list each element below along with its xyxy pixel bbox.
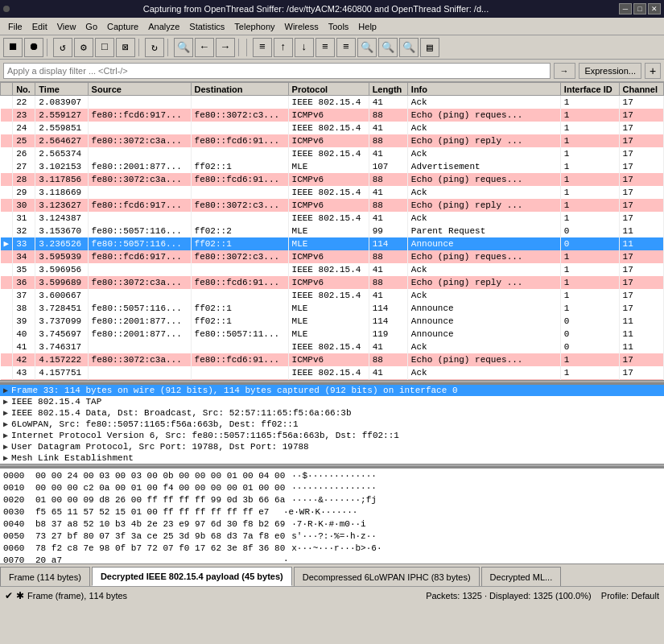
table-row[interactable]: 273.102153fe80::2001:877...ff02::1MLE107… — [1, 160, 664, 173]
row-iface: 1 — [560, 276, 619, 289]
hex-offset: 0000 — [3, 470, 29, 482]
close-button[interactable]: ✕ — [648, 3, 661, 14]
row-len: 119 — [369, 328, 407, 341]
table-row[interactable]: ▶333.236526fe80::5057:116...ff02::1MLE11… — [1, 237, 664, 250]
colorize-button[interactable]: ≡ — [253, 38, 272, 57]
detail-row[interactable]: ▶User Datagram Protocol, Src Port: 19788… — [0, 441, 664, 452]
table-row[interactable]: 403.745697fe80::2001:877...fe80::5057:11… — [1, 328, 664, 341]
minimize-button[interactable]: ─ — [619, 3, 632, 14]
restart-button[interactable]: ↺ — [53, 38, 72, 57]
row-arrow — [1, 250, 13, 263]
menubar: FileEditViewGoCaptureAnalyzeStatisticsTe… — [0, 18, 664, 35]
close-button[interactable]: ⊠ — [116, 38, 135, 57]
menu-item-capture[interactable]: Capture — [102, 20, 143, 33]
packet-detail[interactable]: ▶Frame 33: 114 bytes on wire (912 bits),… — [0, 383, 664, 464]
frame-info: Frame (frame), 114 bytes — [27, 591, 127, 601]
table-row[interactable]: 303.123627fe80::fcd6:917...fe80::3072:c3… — [1, 199, 664, 212]
table-row[interactable]: 434.157751IEEE 802.15.441Ack117 — [1, 366, 664, 379]
row-ch: 17 — [619, 276, 663, 289]
bottom-tab-3[interactable]: Decrypted ML... — [481, 567, 562, 586]
bottom-tab-2[interactable]: Decompressed 6LoWPAN IPHC (83 bytes) — [294, 567, 480, 586]
table-row[interactable]: 353.596956IEEE 802.15.441Ack117 — [1, 263, 664, 276]
menu-item-telephony[interactable]: Telephony — [229, 20, 279, 33]
back-button[interactable]: ← — [195, 38, 214, 57]
capture-button[interactable]: ⏺ — [24, 38, 43, 57]
row-proto: MLE — [288, 237, 369, 250]
row-src: fe80::3072:c3a... — [88, 134, 191, 147]
table-row[interactable]: 242.559851IEEE 802.15.441Ack117 — [1, 122, 664, 134]
menu-item-help[interactable]: Help — [353, 20, 381, 33]
resize-columns-button[interactable]: ▤ — [420, 38, 439, 57]
table-row[interactable]: 262.565374IEEE 802.15.441Ack117 — [1, 147, 664, 160]
row-proto: MLE — [288, 302, 369, 315]
table-row[interactable]: 232.559127fe80::fcd6:917...fe80::3072:c3… — [1, 109, 664, 122]
zoom-reset-button[interactable]: 🔍 — [399, 38, 419, 57]
row-len: 88 — [369, 353, 407, 366]
row-iface: 1 — [560, 96, 619, 109]
row-dst — [191, 212, 288, 225]
options-button[interactable]: ⚙ — [74, 38, 93, 57]
table-row[interactable]: 373.600667IEEE 802.15.441Ack117 — [1, 289, 664, 302]
table-row[interactable]: 413.746317IEEE 802.15.441Ack011 — [1, 341, 664, 353]
zoom-in-button[interactable]: 🔍 — [357, 38, 377, 57]
detail-row[interactable]: ▶6LoWPAN, Src: fe80::5057:1165:f56a:663b… — [0, 419, 664, 430]
row-info: Ack — [407, 341, 560, 353]
row-no: 42 — [13, 353, 35, 366]
menu-item-analyze[interactable]: Analyze — [143, 20, 184, 33]
row-iface: 1 — [560, 173, 619, 186]
reload-button[interactable]: ↻ — [145, 38, 164, 57]
detail-row[interactable]: ▶Mesh Link Establishment — [0, 452, 664, 464]
hex-bytes: f5 65 11 57 52 15 01 00 ff ff ff ff ff f… — [35, 506, 277, 518]
row-time: 2.083907 — [35, 96, 88, 109]
filter-input[interactable] — [3, 63, 551, 79]
table-row[interactable]: 222.083907IEEE 802.15.441Ack117 — [1, 96, 664, 109]
row-arrow — [1, 96, 13, 109]
detail-row[interactable]: ▶IEEE 802.15.4 Data, Dst: Broadcast, Src… — [0, 407, 664, 419]
menu-item-file[interactable]: File — [3, 20, 27, 33]
table-row[interactable]: 383.728451fe80::5057:116...ff02::1MLE114… — [1, 302, 664, 315]
table-row[interactable]: 323.153670fe80::5057:116...ff02::2MLE99P… — [1, 225, 664, 237]
menu-item-view[interactable]: View — [52, 20, 81, 33]
detail-row[interactable]: ▶IEEE 802.15.4 TAP — [0, 396, 664, 407]
scroll-down-button[interactable]: ↓ — [295, 38, 314, 57]
table-row[interactable]: 283.117856fe80::3072:c3a...fe80::fcd6:91… — [1, 173, 664, 186]
row-no: 31 — [13, 212, 35, 225]
table-row[interactable]: 343.595939fe80::fcd6:917...fe80::3072:c3… — [1, 250, 664, 263]
bottom-tab-1[interactable]: Decrypted IEEE 802.15.4 payload (45 byte… — [92, 567, 292, 586]
row-dst — [191, 147, 288, 160]
table-row[interactable]: 424.157222fe80::3072:c3a...fe80::fcd6:91… — [1, 353, 664, 366]
table-row[interactable]: 313.124387IEEE 802.15.441Ack117 — [1, 212, 664, 225]
detail-row[interactable]: ▶Frame 33: 114 bytes on wire (912 bits),… — [0, 385, 664, 396]
find-button[interactable]: 🔍 — [174, 38, 193, 57]
row-info: Parent Request — [407, 225, 560, 237]
ignore-button[interactable]: ≡ — [336, 38, 356, 57]
menu-item-tools[interactable]: Tools — [324, 20, 354, 33]
row-proto: IEEE 802.15.4 — [288, 366, 369, 379]
detail-row[interactable]: ▶Internet Protocol Version 6, Src: fe80:… — [0, 430, 664, 441]
hex-dump[interactable]: 000000 00 24 00 03 00 03 00 0b 00 00 00 … — [0, 467, 664, 564]
menu-item-statistics[interactable]: Statistics — [184, 20, 229, 33]
add-filter-button[interactable]: + — [645, 63, 661, 79]
col-len: Length — [369, 83, 407, 96]
menu-item-wireless[interactable]: Wireless — [280, 20, 324, 33]
table-row[interactable]: 293.118669IEEE 802.15.441Ack117 — [1, 186, 664, 199]
row-proto: MLE — [288, 160, 369, 173]
filter-arrow-button[interactable]: → — [554, 63, 575, 79]
table-row[interactable]: 363.599689fe80::3072:c3a...fe80::fcd6:91… — [1, 276, 664, 289]
row-ch: 17 — [619, 212, 663, 225]
menu-item-edit[interactable]: Edit — [27, 20, 52, 33]
bottom-tab-0[interactable]: Frame (114 bytes) — [0, 567, 90, 586]
open-button[interactable]: □ — [95, 38, 114, 57]
stop-button[interactable]: ⏹ — [3, 38, 23, 57]
menu-item-go[interactable]: Go — [80, 20, 102, 33]
maximize-button[interactable]: □ — [633, 3, 646, 14]
packet-list[interactable]: No. Time Source Destination Protocol Len… — [0, 82, 664, 380]
mark-button[interactable]: ≡ — [316, 38, 335, 57]
scroll-up-button[interactable]: ↑ — [274, 38, 293, 57]
forward-button[interactable]: → — [216, 38, 235, 57]
table-row[interactable]: 393.737099fe80::2001:877...ff02::1MLE114… — [1, 315, 664, 328]
row-iface: 1 — [560, 289, 619, 302]
table-row[interactable]: 252.564627fe80::3072:c3a...fe80::fcd6:91… — [1, 134, 664, 147]
zoom-out-button[interactable]: 🔍 — [378, 38, 398, 57]
expression-button[interactable]: Expression... — [579, 63, 641, 79]
